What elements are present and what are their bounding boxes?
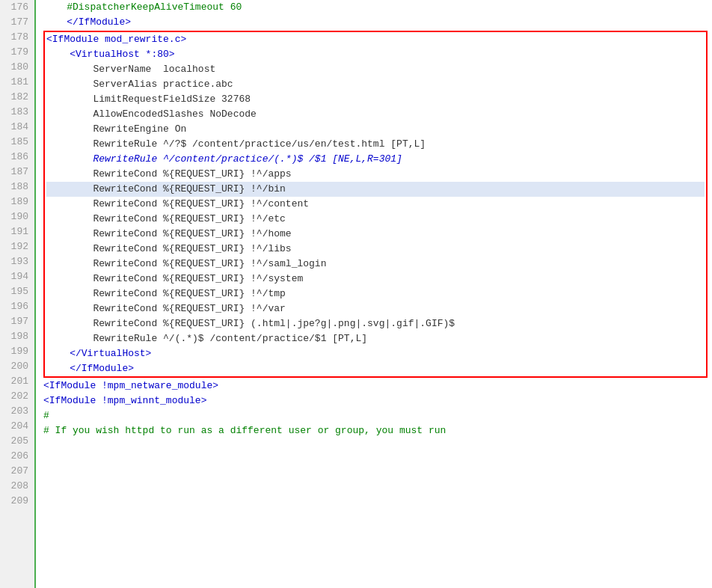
- line-number: 208: [6, 479, 28, 494]
- code-container: 1761771781791801811821831841851861871881…: [0, 0, 712, 588]
- line-number: 197: [6, 314, 28, 329]
- code-line: RewriteRule ^/content/practice/(.*)$ /$1…: [46, 152, 705, 167]
- line-number: 194: [6, 269, 28, 284]
- code-line: RewriteEngine On: [46, 122, 705, 137]
- code-line: LimitRequestFieldSize 32768: [46, 92, 705, 107]
- code-line: </VirtualHost>: [46, 346, 705, 361]
- line-number: 191: [6, 224, 28, 239]
- code-line: #: [43, 408, 712, 423]
- code-content[interactable]: #DispatcherKeepAliveTimeout 60 </IfModul…: [36, 0, 712, 588]
- line-number: 187: [6, 165, 28, 180]
- line-number: 176: [6, 0, 28, 15]
- code-editor: 1761771781791801811821831841851861871881…: [0, 0, 712, 588]
- code-line: RewriteCond %{REQUEST_URI} !^/libs: [46, 242, 705, 257]
- line-number: 204: [6, 419, 28, 434]
- code-line: </IfModule>: [46, 361, 705, 376]
- code-line: RewriteCond %{REQUEST_URI} !^/system: [46, 272, 705, 287]
- line-number: 190: [6, 209, 28, 224]
- line-number: 186: [6, 150, 28, 165]
- code-line: ServerName localhost: [46, 62, 705, 77]
- code-line: RewriteCond %{REQUEST_URI} !^/content: [46, 197, 705, 212]
- line-number: 185: [6, 135, 28, 150]
- line-number: 195: [6, 284, 28, 299]
- line-number: 196: [6, 299, 28, 314]
- line-number: 180: [6, 60, 28, 75]
- code-line: RewriteCond %{REQUEST_URI} !^/apps: [46, 167, 705, 182]
- red-border-block: <IfModule mod_rewrite.c> <VirtualHost *:…: [43, 31, 708, 378]
- code-line: RewriteCond %{REQUEST_URI} (.html|.jpe?g…: [46, 316, 705, 331]
- code-line: #DispatcherKeepAliveTimeout 60: [43, 0, 712, 15]
- line-number: 203: [6, 404, 28, 419]
- line-number: 188: [6, 180, 28, 195]
- code-line: RewriteRule ^/(.*)$ /content/practice/$1…: [46, 331, 705, 346]
- code-line: RewriteCond %{REQUEST_URI} !^/bin: [46, 182, 705, 197]
- line-number: 189: [6, 195, 28, 209]
- line-numbers: 1761771781791801811821831841851861871881…: [0, 0, 36, 588]
- line-number: 198: [6, 329, 28, 344]
- line-number: 179: [6, 45, 28, 60]
- code-line: RewriteCond %{REQUEST_URI} !^/saml_login: [46, 257, 705, 272]
- line-number: 200: [6, 359, 28, 374]
- line-number: 193: [6, 254, 28, 269]
- line-number: 184: [6, 120, 28, 135]
- code-line: AllowEncodedSlashes NoDecode: [46, 107, 705, 122]
- code-line: <IfModule !mpm_netware_module>: [43, 379, 712, 393]
- code-line: RewriteRule ^/?$ /content/practice/us/en…: [46, 137, 705, 152]
- line-number: 199: [6, 344, 28, 359]
- line-number: 182: [6, 90, 28, 105]
- code-line: </IfModule>: [43, 15, 712, 30]
- line-number: 205: [6, 434, 28, 449]
- code-line: <IfModule !mpm_winnt_module>: [43, 393, 712, 408]
- code-line: <VirtualHost *:80>: [46, 47, 705, 62]
- line-number: 201: [6, 374, 28, 389]
- line-number: 183: [6, 105, 28, 120]
- line-number: 177: [6, 15, 28, 30]
- line-number: 181: [6, 75, 28, 90]
- line-number: 209: [6, 494, 28, 509]
- code-line: RewriteCond %{REQUEST_URI} !^/home: [46, 227, 705, 242]
- line-number: 178: [6, 30, 28, 45]
- code-line: ServerAlias practice.abc: [46, 77, 705, 92]
- line-number: 206: [6, 449, 28, 464]
- line-number: 192: [6, 239, 28, 254]
- code-line: RewriteCond %{REQUEST_URI} !^/var: [46, 301, 705, 316]
- code-line: RewriteCond %{REQUEST_URI} !^/etc: [46, 212, 705, 227]
- code-line: # If you wish httpd to run as a differen…: [43, 423, 712, 438]
- line-number: 202: [6, 389, 28, 404]
- code-line: RewriteCond %{REQUEST_URI} !^/tmp: [46, 287, 705, 301]
- code-line: <IfModule mod_rewrite.c>: [46, 32, 705, 47]
- line-number: 207: [6, 464, 28, 479]
